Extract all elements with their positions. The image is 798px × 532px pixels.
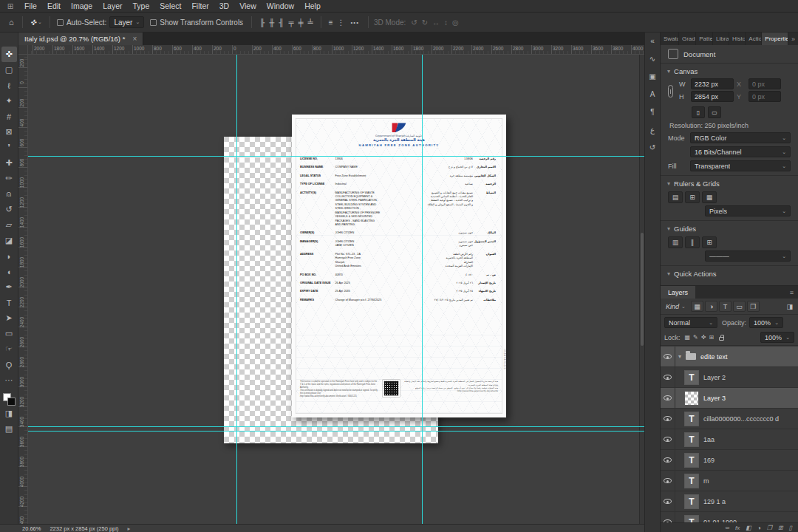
lock-position-icon[interactable]: ✜	[700, 334, 708, 341]
guide-vertical-2[interactable]	[422, 55, 423, 524]
layer-visibility-toggle[interactable]	[661, 347, 675, 366]
vertical-ruler[interactable]: 2000200400600800100012001400160018002000…	[18, 55, 28, 524]
menu-select[interactable]: Select	[154, 1, 186, 10]
layers-tab[interactable]: Layers	[661, 286, 695, 299]
layer-row-01-01-1990[interactable]: T01.01.1990	[661, 512, 798, 522]
zoom-tool[interactable]: Ϙ	[1, 357, 17, 372]
layer-row-layer-3[interactable]: Layer 3	[661, 388, 798, 409]
screen-mode-icon[interactable]: ▤	[1, 421, 17, 437]
gradient-tool[interactable]: ◪	[1, 233, 17, 248]
layer-row-layer-2[interactable]: TLayer 2	[661, 367, 798, 388]
canvas-vertical-scrollbar[interactable]	[639, 55, 644, 524]
document-tab[interactable]: Italy id.psd @ 20.7% (RGB/16) * ×	[18, 33, 143, 45]
filter-pixel-layers-icon[interactable]: ▦	[691, 301, 703, 312]
crop-tool[interactable]: #	[1, 109, 17, 124]
panel-tab-swatc[interactable]: Swatc	[661, 33, 679, 45]
guide-style-select[interactable]: ———⌄	[705, 250, 791, 262]
filter-type-layers-icon[interactable]: T	[719, 301, 732, 312]
link-dimensions-icon[interactable]	[668, 85, 673, 98]
auto-select-target-select[interactable]: Layer⌄	[109, 16, 144, 28]
clone-source-icon[interactable]: ▣	[647, 70, 659, 82]
path-selection-tool[interactable]: ➤	[1, 310, 17, 326]
toggle-pixel-grid-icon[interactable]: ▦	[702, 191, 717, 203]
bit-depth-select[interactable]: 16 Bits/Channel⌄	[690, 146, 791, 157]
landscape-orientation-button[interactable]: ▭	[708, 106, 721, 118]
pen-tool[interactable]: ✒	[1, 279, 17, 295]
filter-adjustment-layers-icon[interactable]: ◑	[705, 301, 717, 312]
canvas-width-input[interactable]: 2232 px	[691, 78, 734, 89]
lock-transparent-pixels-icon[interactable]: ▦	[683, 334, 692, 341]
status-options-icon[interactable]: ▸	[127, 525, 130, 532]
glyphs-panel-icon[interactable]: ع	[647, 123, 659, 135]
layer-style-icon[interactable]: fx	[735, 525, 740, 531]
distribute-horizontal-icon[interactable]: ≡	[327, 18, 335, 27]
new-layer-icon[interactable]: ⊞	[778, 525, 783, 531]
panel-tab-patte[interactable]: Patte	[696, 33, 713, 45]
new-guide-layout-icon[interactable]: ⊞	[702, 236, 717, 248]
brush-tool[interactable]: ✏	[1, 171, 17, 186]
align-left-icon[interactable]: ╟	[257, 18, 267, 27]
character-panel-icon[interactable]: A	[647, 88, 659, 100]
layer-row-169[interactable]: T169	[661, 450, 798, 471]
close-tab-icon[interactable]: ×	[132, 35, 137, 43]
lock-all-icon[interactable]	[719, 337, 724, 341]
quick-actions-section-header[interactable]: ▾ Quick Actions	[661, 266, 798, 279]
menu-type[interactable]: Type	[127, 1, 154, 10]
panel-tab-properties[interactable]: Properties	[762, 33, 788, 45]
layer-visibility-toggle[interactable]	[661, 512, 675, 522]
more-options-icon[interactable]: •••	[347, 19, 363, 26]
panel-tab-histo[interactable]: Histo	[729, 33, 746, 45]
layer-mask-icon[interactable]: ◧	[746, 525, 751, 531]
layer-row-cilla0000000-ccccccc0-d[interactable]: Tcilla0000000...ccccccc0 d	[661, 409, 798, 429]
move-tool[interactable]: ✜	[1, 47, 17, 62]
group-expand-icon[interactable]: ▾	[675, 353, 684, 360]
filter-smart-objects-icon[interactable]: ❐	[747, 301, 760, 312]
show-transform-checkbox[interactable]	[150, 19, 157, 26]
canvas-section-header[interactable]: ▾ Canvas	[661, 64, 798, 77]
history-brush-tool[interactable]: ↺	[1, 202, 17, 217]
menu-layer[interactable]: Layer	[98, 1, 127, 10]
brush-settings-icon[interactable]: ∿	[647, 52, 659, 64]
filter-shape-layers-icon[interactable]: ▭	[733, 301, 746, 312]
panel-tab-actio[interactable]: Actio	[746, 33, 762, 45]
fill-opacity-select[interactable]: 100%⌄	[760, 332, 794, 343]
layer-row-129-1-a[interactable]: T129 1 a	[661, 491, 798, 512]
link-layers-icon[interactable]: ∞	[725, 525, 729, 531]
dodge-tool[interactable]: ◖	[1, 264, 17, 279]
home-icon[interactable]: ⌂	[6, 18, 17, 27]
lasso-tool[interactable]: ℓ	[1, 78, 17, 93]
blend-mode-select[interactable]: Normal⌄	[664, 317, 717, 328]
menu-view[interactable]: View	[234, 1, 262, 10]
shape-tool[interactable]: ▭	[1, 326, 17, 341]
layer-visibility-toggle[interactable]	[661, 409, 675, 429]
align-middle-icon[interactable]: ╪	[296, 18, 306, 27]
hand-tool[interactable]: ☞	[1, 341, 17, 357]
align-top-icon[interactable]: ╤	[286, 18, 296, 27]
layer-visibility-toggle[interactable]	[661, 429, 675, 449]
panel-tab-gradi[interactable]: Gradi	[679, 33, 696, 45]
layer-row-edite-text[interactable]: ▾edite text	[661, 347, 798, 367]
background-color-swatch[interactable]	[7, 398, 16, 406]
layer-visibility-toggle[interactable]	[661, 471, 675, 491]
auto-select-checkbox[interactable]	[57, 19, 64, 26]
history-panel-icon[interactable]: ↺	[647, 141, 659, 153]
guide-horizontal-3[interactable]	[28, 431, 644, 432]
panel-tab-libra[interactable]: Libra	[713, 33, 729, 45]
quick-selection-tool[interactable]: ✦	[1, 93, 17, 109]
align-center-horizontal-icon[interactable]: ╫	[267, 18, 276, 27]
marquee-tool[interactable]: ▢	[1, 62, 17, 78]
eraser-tool[interactable]: ▱	[1, 217, 17, 233]
distribute-vertical-icon[interactable]: ⋮	[335, 18, 347, 27]
canvas-area[interactable]: Government of Sharjah حكومة الشارقة هيئة…	[28, 55, 644, 524]
menu-file[interactable]: File	[19, 1, 42, 10]
clone-stamp-tool[interactable]: ⍝	[1, 186, 17, 202]
type-tool[interactable]: T	[1, 295, 17, 310]
canvas-height-input[interactable]: 2854 px	[691, 91, 734, 102]
guide-vertical-1[interactable]	[236, 55, 237, 524]
panel-menu-icon[interactable]: ≡	[785, 286, 798, 299]
layer-visibility-toggle[interactable]	[661, 450, 675, 470]
healing-brush-tool[interactable]: ✚	[1, 155, 17, 171]
toggle-guides-icon[interactable]: ▥	[668, 236, 683, 248]
adjustment-layer-icon[interactable]: ◑	[757, 525, 761, 531]
menu-help[interactable]: Help	[299, 1, 326, 10]
